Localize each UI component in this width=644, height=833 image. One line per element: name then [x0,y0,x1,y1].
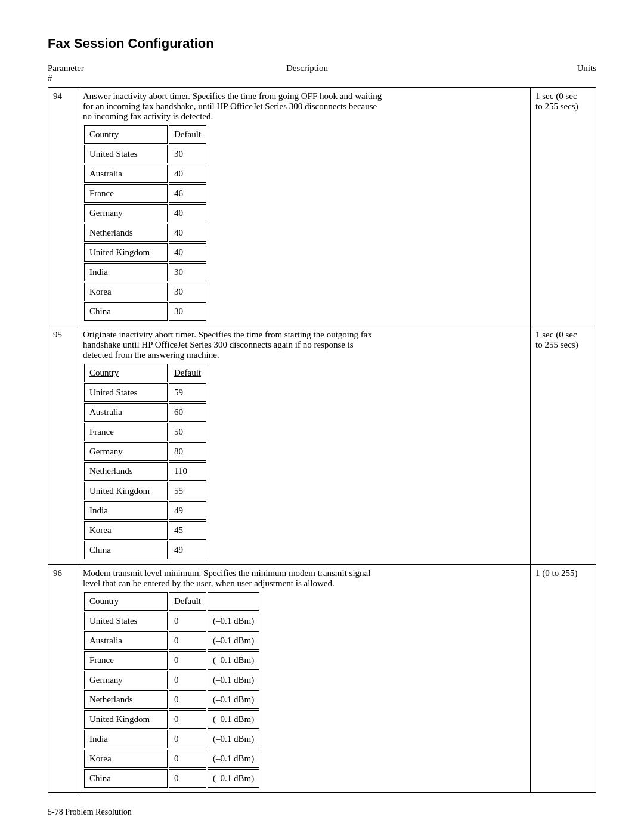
default-header: Default [169,125,206,144]
desc-header: Description [83,63,531,83]
list-item: China49 [84,541,206,559]
list-item: Korea30 [84,283,206,301]
country-name: Korea [84,521,168,540]
list-item: United States59 [84,383,206,402]
country-name: Netherlands [84,690,168,709]
country-name: India [84,730,168,748]
param-number: 96 [48,565,78,793]
note-value: (–0.1 dBm) [208,671,259,689]
list-item: United Kingdom40 [84,243,206,262]
list-item: China0(–0.1 dBm) [84,769,259,788]
default-value: 0 [169,769,206,788]
default-value: 0 [169,730,206,748]
description-line: Modem transmit level minimum. Specifies … [83,568,525,578]
list-item: France50 [84,423,206,441]
country-name: China [84,541,168,559]
default-value: 49 [169,501,206,520]
list-item: Germany80 [84,442,206,461]
list-item: India30 [84,263,206,281]
list-item: United States0(–0.1 dBm) [84,612,259,630]
page-container: Fax Session Configuration Parameter # De… [0,0,644,833]
country-name: Korea [84,750,168,768]
default-value: 0 [169,671,206,689]
default-value: 0 [169,612,206,630]
list-item: Netherlands0(–0.1 dBm) [84,690,259,709]
list-item: Netherlands40 [84,224,206,242]
default-value: 40 [169,204,206,222]
param-number: 94 [48,88,78,326]
default-value: 0 [169,710,206,729]
list-item: India49 [84,501,206,520]
default-value: 0 [169,651,206,670]
description-line: detected from the answering machine. [83,350,525,360]
default-value: 0 [169,750,206,768]
default-value: 0 [169,631,206,650]
country-name: Germany [84,671,168,689]
default-value: 110 [169,462,206,481]
units-header: Units [531,63,596,83]
table-row: 95Originate inactivity abort timer. Spec… [48,326,596,565]
default-value: 40 [169,224,206,242]
param-header: Parameter # [48,63,83,83]
description-line: no incoming fax activity is detected. [83,112,525,122]
default-value: 46 [169,184,206,203]
default-value: 49 [169,541,206,559]
country-name: India [84,501,168,520]
note-value: (–0.1 dBm) [208,730,259,748]
note-value: (–0.1 dBm) [208,769,259,788]
default-value: 30 [169,263,206,281]
country-name: China [84,302,168,321]
default-value: 40 [169,165,206,183]
country-name: United Kingdom [84,482,168,500]
description-cell: Originate inactivity abort timer. Specif… [78,326,531,565]
units-cell: 1 sec (0 secto 255 secs) [531,326,596,565]
list-item: Netherlands110 [84,462,206,481]
country-table: CountryDefaultUnited States59Australia60… [83,363,208,561]
default-value: 30 [169,283,206,301]
country-name: United Kingdom [84,710,168,729]
page-title: Fax Session Configuration [48,36,596,51]
country-name: United States [84,145,168,163]
note-value: (–0.1 dBm) [208,651,259,670]
country-name: Netherlands [84,462,168,481]
list-item: United States30 [84,145,206,163]
country-name: United States [84,612,168,630]
note-value: (–0.1 dBm) [208,710,259,729]
default-value: 40 [169,243,206,262]
country-name: France [84,651,168,670]
country-name: Germany [84,204,168,222]
column-headers: Parameter # Description Units [48,63,596,83]
note-value: (–0.1 dBm) [208,631,259,650]
table-row: 96Modem transmit level minimum. Specifie… [48,565,596,793]
list-item: Korea0(–0.1 dBm) [84,750,259,768]
country-name: Australia [84,165,168,183]
description-line: Originate inactivity abort timer. Specif… [83,330,525,340]
country-header: Country [84,592,168,611]
country-table: CountryDefaultUnited States30Australia40… [83,124,208,322]
param-number: 95 [48,326,78,565]
country-name: Australia [84,631,168,650]
country-name: France [84,423,168,441]
country-name: Netherlands [84,224,168,242]
list-item: Germany40 [84,204,206,222]
country-name: United States [84,383,168,402]
list-item: Australia60 [84,403,206,422]
country-name: India [84,263,168,281]
description-line: for an incoming fax handshake, until HP … [83,101,525,112]
main-table: 94Answer inactivity abort timer. Specifi… [48,87,596,793]
default-header: Default [169,592,206,611]
note-value: (–0.1 dBm) [208,750,259,768]
default-value: 80 [169,442,206,461]
country-name: United Kingdom [84,243,168,262]
list-item: United Kingdom55 [84,482,206,500]
note-value: (–0.1 dBm) [208,690,259,709]
default-value: 50 [169,423,206,441]
country-header: Country [84,125,168,144]
default-value: 59 [169,383,206,402]
list-item: Korea45 [84,521,206,540]
country-name: France [84,184,168,203]
units-cell: 1 (0 to 255) [531,565,596,793]
default-value: 55 [169,482,206,500]
country-table: CountryDefaultUnited States0(–0.1 dBm)Au… [83,591,261,789]
default-value: 30 [169,145,206,163]
